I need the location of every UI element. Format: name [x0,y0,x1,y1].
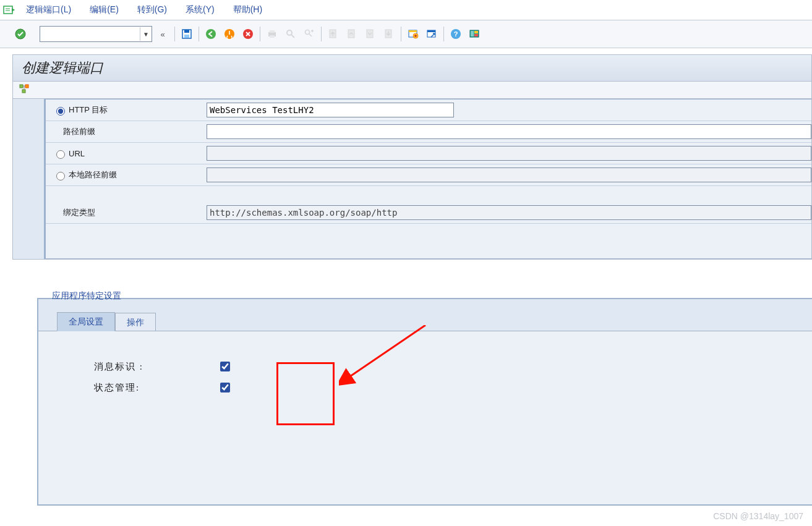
exit-icon[interactable] [221,26,237,42]
tree-icon[interactable] [19,84,30,96]
app-specific-settings-group: 应用程序特定设置 全局设置 操作 消息标识 : 状态管理: [37,291,812,506]
svg-text:?: ? [454,30,458,38]
input-local-path-prefix[interactable] [207,168,811,182]
call-parameters-panel: HTTP 目标 路径前缀 URL [45,99,811,259]
tab-body-global: 消息标识 : 状态管理: [38,331,812,504]
ok-icon[interactable] [12,26,28,42]
menu-logical-port[interactable]: 逻辑端口(L) [26,4,71,15]
content-area: HTTP 目标 路径前缀 URL [12,99,812,260]
label-binding-type: 绑定类型 [63,207,95,218]
print-icon [264,26,280,42]
radio-url[interactable] [56,150,65,159]
cancel-icon[interactable] [240,26,256,42]
command-field[interactable]: ▼ [40,26,152,42]
next-page-icon [362,26,378,42]
create-session-icon[interactable] [405,26,421,42]
svg-rect-0 [4,6,12,14]
radio-http-target[interactable] [56,107,65,116]
label-url: URL [69,149,85,158]
tab-global-settings[interactable]: 全局设置 [57,312,115,331]
svg-rect-21 [427,30,435,32]
input-path-prefix[interactable] [207,124,811,139]
svg-point-12 [306,30,310,35]
prev-page-icon [344,26,360,42]
dropdown-arrow-icon[interactable]: ▼ [140,27,152,41]
svg-rect-25 [471,31,474,36]
save-icon[interactable] [179,26,195,42]
svg-point-5 [206,29,216,39]
back-icon[interactable] [203,26,219,42]
command-field-icon[interactable] [2,4,16,16]
label-state-management: 状态管理: [94,382,218,394]
label-path-prefix: 路径前缀 [63,126,95,137]
input-url[interactable] [207,146,811,161]
tabstrip: 全局设置 操作 [57,312,812,331]
svg-rect-27 [474,34,478,36]
help-icon[interactable]: ? [448,26,464,42]
label-message-id: 消息标识 : [94,361,218,373]
menu-help[interactable]: 帮助(H) [233,4,262,15]
history-back-icon[interactable]: « [155,26,171,42]
shortcut-icon[interactable] [424,26,440,42]
title-area: 创建逻辑端口 [12,54,812,99]
svg-rect-29 [25,85,28,88]
menu-bar: 逻辑端口(L) 编辑(E) 转到(G) 系统(Y) 帮助(H) [0,0,812,20]
svg-rect-14 [348,30,354,38]
tab-operations[interactable]: 操作 [115,313,156,331]
svg-rect-10 [270,35,275,38]
svg-rect-18 [409,30,417,32]
menu-goto[interactable]: 转到(G) [137,4,167,15]
svg-rect-4 [184,35,189,38]
svg-rect-26 [474,31,478,33]
first-page-icon [325,26,341,42]
label-local-path-prefix: 本地路径前缀 [69,169,117,180]
svg-rect-28 [20,85,23,88]
checkbox-state-management[interactable] [220,383,230,392]
find-next-icon [301,26,317,42]
svg-rect-15 [367,30,373,38]
svg-point-11 [287,30,292,35]
input-http-target[interactable] [207,103,454,117]
menu-system[interactable]: 系统(Y) [186,4,215,15]
application-toolbar [13,82,811,99]
svg-rect-3 [184,30,189,33]
group-title: 应用程序特定设置 [48,291,125,302]
find-icon [283,26,299,42]
svg-rect-9 [270,30,275,33]
standard-toolbar: ▼ « ? [0,20,812,48]
layout-icon[interactable] [466,26,482,42]
menu-edit[interactable]: 编辑(E) [90,4,119,15]
checkbox-message-id[interactable] [220,362,230,371]
page-title: 创建逻辑端口 [13,55,811,82]
radio-local-path-prefix[interactable] [56,172,65,180]
last-page-icon [381,26,397,42]
input-binding-type [207,205,811,220]
label-http-target: HTTP 目标 [69,104,108,116]
